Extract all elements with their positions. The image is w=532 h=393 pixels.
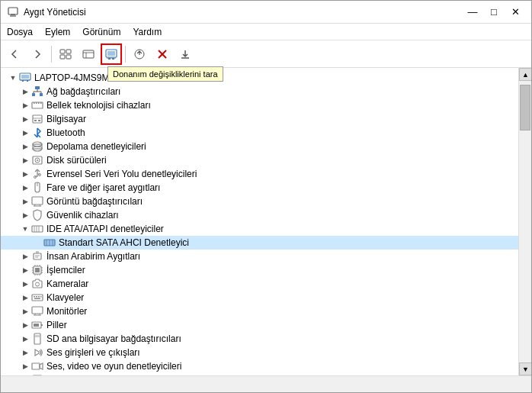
tree-item-piller[interactable]: ▶ Piller: [1, 318, 518, 332]
app-icon: [7, 6, 19, 18]
maximize-button[interactable]: □: [484, 5, 504, 20]
menu-eylem[interactable]: Eylem: [39, 25, 76, 39]
tree-item-insan[interactable]: ▶ İnsan Arabirim Aygıtları: [1, 250, 518, 263]
root-expander[interactable]: ▼: [7, 72, 19, 84]
scroll-track[interactable]: [519, 81, 531, 362]
disk-label: Disk sürücüleri: [46, 155, 107, 166]
ses-video-label: Ses, video ve oyun denetleyicileri: [46, 361, 181, 372]
tree-item-fare[interactable]: ▶ Fare ve diğer işaret aygıtları: [1, 181, 518, 195]
klavye-expander[interactable]: ▶: [19, 292, 31, 304]
tree-item-ide[interactable]: ▼ IDE ATA/ATAPI denetleyiciler: [1, 222, 518, 236]
scroll-up-button[interactable]: ▲: [519, 68, 531, 81]
ide-expander[interactable]: ▼: [19, 223, 31, 235]
download-button[interactable]: [175, 43, 196, 65]
tree-item-sata[interactable]: ▶ Standart SATA AHCI Denetleyici: [1, 236, 518, 250]
minimize-button[interactable]: —: [463, 5, 482, 20]
guvenlik-label: Güvenlik cihazları: [46, 210, 119, 221]
kamera-expander[interactable]: ▶: [19, 278, 31, 290]
resources-button[interactable]: [78, 43, 99, 65]
svg-rect-85: [36, 296, 37, 298]
security-icon: [31, 209, 43, 221]
content-area: ▼ LAPTOP-4JMS9M0F ▶: [1, 68, 531, 375]
sd-label: SD ana bilgisayar bağdaştırıcıları: [46, 333, 181, 344]
tree-item-bilgisayar[interactable]: ▶ Bilgisayar: [1, 112, 518, 126]
bilgisayar-label: Bilgisayar: [46, 114, 86, 124]
bluetooth-expander[interactable]: ▶: [19, 127, 31, 139]
guvenlik-expander[interactable]: ▶: [19, 209, 31, 221]
ses-giris-expander[interactable]: ▶: [19, 346, 31, 359]
tree-item-ag[interactable]: ▶ Ağ bağdaştırıcıları: [1, 85, 518, 98]
tree-item-guvenlik[interactable]: ▶ Güvenlik cihazları: [1, 208, 518, 222]
svg-rect-86: [38, 296, 40, 298]
insan-label: İnsan Arabirim Aygıtları: [46, 251, 140, 262]
bluetooth-label: Bluetooth: [46, 127, 85, 138]
svg-rect-51: [32, 197, 43, 205]
ag-expander[interactable]: ▶: [19, 85, 31, 98]
svg-rect-33: [36, 102, 37, 104]
scroll-thumb[interactable]: [520, 85, 530, 130]
depolama-expander[interactable]: ▶: [19, 140, 31, 153]
islemci-expander[interactable]: ▶: [19, 264, 31, 276]
uninstall-button[interactable]: [152, 43, 173, 65]
menu-dosya[interactable]: Dosya: [1, 25, 39, 39]
tree-item-monitorler[interactable]: ▶ Monitörler: [1, 304, 518, 318]
close-button[interactable]: ✕: [505, 5, 525, 20]
hid-icon: [31, 250, 43, 263]
menu-yardim[interactable]: Yardım: [127, 25, 168, 39]
ses-video-expander[interactable]: ▶: [19, 360, 31, 372]
tree-item-evrensel[interactable]: ▶ Evrensel Seri Veri Yolu denetleyiciler…: [1, 167, 518, 181]
network-icon: [31, 85, 43, 98]
ag-label: Ağ bağdaştırıcıları: [46, 86, 120, 97]
toolbar-sep-1: [51, 46, 52, 63]
tree-item-islemciler[interactable]: ▶: [1, 263, 518, 277]
memory-icon: [31, 99, 43, 111]
back-button[interactable]: [4, 43, 25, 65]
battery-icon: [31, 319, 43, 331]
evrensel-label: Evrensel Seri Veri Yolu denetleyicileri: [46, 169, 197, 179]
scan-hardware-button[interactable]: [101, 43, 122, 65]
menu-gorunum[interactable]: Görünüm: [76, 25, 127, 39]
monitor-expander[interactable]: ▶: [19, 305, 31, 317]
fare-expander[interactable]: ▶: [19, 182, 31, 194]
tree-item-kameralar[interactable]: ▶ Kameralar: [1, 277, 518, 291]
svg-rect-83: [32, 295, 43, 301]
svg-rect-11: [107, 51, 115, 56]
tree-item-goruntu[interactable]: ▶ Görüntü bağdaştırıcıları: [1, 195, 518, 208]
goruntu-expander[interactable]: ▶: [19, 195, 31, 208]
sd-expander[interactable]: ▶: [19, 333, 31, 345]
tree-item-ses-giris[interactable]: ▶ Ses girişleri ve çıkışları: [1, 346, 518, 359]
tree-item-depolama[interactable]: ▶ Depolama denetleyicileri: [1, 140, 518, 153]
audio-io-icon: [31, 346, 43, 359]
monitor-icon: [31, 305, 43, 317]
svg-rect-34: [38, 102, 40, 104]
tree-item-disk[interactable]: ▶ Disk sürücüleri: [1, 153, 518, 167]
insan-expander[interactable]: ▶: [19, 250, 31, 263]
tree-item-sd[interactable]: ▶ SD ana bilgisayar bağdaştırıcıları: [1, 332, 518, 346]
disk-expander[interactable]: ▶: [19, 154, 31, 166]
vertical-scrollbar[interactable]: ▲ ▼: [518, 68, 531, 375]
display-icon: [31, 195, 43, 208]
svg-rect-36: [33, 115, 42, 123]
pil-expander[interactable]: ▶: [19, 319, 31, 331]
tree-root[interactable]: ▼ LAPTOP-4JMS9M0F: [1, 71, 518, 85]
menu-bar: Dosya Eylem Görünüm Yardım: [1, 24, 531, 40]
forward-button[interactable]: [27, 43, 48, 65]
svg-rect-26: [40, 93, 43, 96]
show-hidden-button[interactable]: [55, 43, 76, 65]
tree-item-bellek[interactable]: ▶ Bellek teknolojisi cihazları: [1, 98, 518, 112]
svg-rect-35: [40, 102, 42, 104]
tree-item-klavyeler[interactable]: ▶ Klavyeler: [1, 291, 518, 304]
bellek-expander[interactable]: ▶: [19, 99, 31, 111]
depolama-label: Depolama denetleyicileri: [46, 141, 146, 152]
evrensel-expander[interactable]: ▶: [19, 168, 31, 180]
scroll-down-button[interactable]: ▼: [519, 362, 531, 375]
multimedia-icon: [31, 360, 43, 372]
svg-rect-6: [66, 55, 71, 59]
tree-item-bluetooth[interactable]: ▶ Bluetooth: [1, 126, 518, 140]
monitor-label: Monitörler: [46, 306, 87, 317]
bilgisayar-expander[interactable]: ▶: [19, 113, 31, 125]
mouse-icon: [31, 182, 43, 194]
update-driver-button[interactable]: [129, 43, 150, 65]
device-tree[interactable]: ▼ LAPTOP-4JMS9M0F ▶: [1, 68, 518, 375]
tree-item-ses-video[interactable]: ▶ Ses, video ve oyun denetleyicileri: [1, 359, 518, 373]
